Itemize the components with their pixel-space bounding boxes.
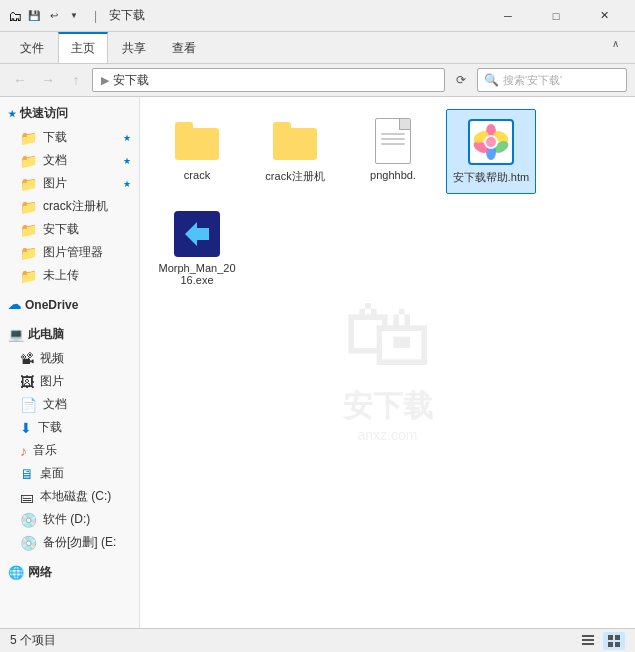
svg-rect-15 — [608, 642, 613, 647]
tab-share[interactable]: 共享 — [110, 32, 158, 63]
folder-icon: 📁 — [20, 222, 37, 238]
quick-access-header[interactable]: ★ 快速访问 — [0, 101, 139, 126]
tb-undo-btn[interactable]: ↩ — [46, 8, 62, 24]
folder-shape — [273, 122, 317, 160]
sidebar-item-music[interactable]: ♪ 音乐 — [0, 439, 139, 462]
flower-wrapper — [468, 119, 514, 165]
minimize-button[interactable]: ─ — [485, 0, 531, 32]
sidebar-item-desktop[interactable]: 🖥 桌面 — [0, 462, 139, 485]
sidebar-label-unuploaded: 未上传 — [43, 267, 79, 284]
sidebar: ★ 快速访问 📁 下载 ★ 📁 文档 ★ 📁 图片 ★ 📁 crack注册机 📁… — [0, 97, 140, 628]
window-title: 安下载 — [109, 7, 145, 24]
maximize-button[interactable]: □ — [533, 0, 579, 32]
sidebar-label-documents: 文档 — [43, 152, 67, 169]
svg-rect-16 — [615, 642, 620, 647]
folder-icon: 📁 — [20, 199, 37, 215]
morph-svg — [177, 214, 217, 254]
svg-rect-14 — [615, 635, 620, 640]
network-label: 网络 — [28, 564, 52, 581]
sidebar-item-anzaixia[interactable]: 📁 安下载 — [0, 218, 139, 241]
folder-icon: 📁 — [20, 268, 37, 284]
sidebar-label-download: 下载 — [43, 129, 67, 146]
doc-shape — [375, 118, 411, 164]
status-bar: 5 个项目 — [0, 628, 635, 652]
address-bar: ← → ↑ ▶ 安下载 ⟳ 🔍 搜索'安下载' — [0, 64, 635, 97]
sidebar-item-drive-d[interactable]: 💿 软件 (D:) — [0, 508, 139, 531]
up-button[interactable]: ↑ — [64, 68, 88, 92]
flower-svg — [472, 123, 510, 161]
svg-rect-12 — [582, 643, 594, 645]
tab-file[interactable]: 文件 — [8, 32, 56, 63]
music-icon: ♪ — [20, 443, 27, 459]
folder-shape — [175, 122, 219, 160]
doc-line-2 — [381, 138, 405, 140]
svg-rect-11 — [582, 639, 594, 641]
sidebar-label-music: 音乐 — [33, 442, 57, 459]
network-header[interactable]: 🌐 网络 — [0, 560, 139, 585]
sidebar-label-drive-e: 备份[勿删] (E: — [43, 534, 116, 551]
forward-button[interactable]: → — [36, 68, 60, 92]
list-view-btn[interactable] — [577, 632, 599, 650]
title-bar-left: 🗂 💾 ↩ ▼ | 安下载 — [8, 7, 145, 24]
sidebar-item-unuploaded[interactable]: 📁 未上传 — [0, 264, 139, 287]
crackreg-folder-icon — [271, 117, 319, 165]
htm-file-icon — [467, 118, 515, 166]
folder-body — [273, 128, 317, 160]
watermark-text: 安下载 — [343, 386, 433, 427]
star-icon: ★ — [123, 156, 131, 166]
tb-dropdown-btn[interactable]: ▼ — [66, 8, 82, 24]
sidebar-item-documents[interactable]: 📁 文档 ★ — [0, 149, 139, 172]
sidebar-item-crack-reg[interactable]: 📁 crack注册机 — [0, 195, 139, 218]
ribbon-collapse-btn[interactable]: ∧ — [604, 32, 627, 63]
drive-c-icon: 🖴 — [20, 489, 34, 505]
main-content: ★ 快速访问 📁 下载 ★ 📁 文档 ★ 📁 图片 ★ 📁 crack注册机 📁… — [0, 97, 635, 628]
window-folder-icon: 🗂 — [8, 8, 22, 24]
close-button[interactable]: ✕ — [581, 0, 627, 32]
back-button[interactable]: ← — [8, 68, 32, 92]
pnghhbd-label: pnghhbd. — [370, 169, 416, 181]
morph-icon-shape — [174, 211, 220, 257]
sidebar-label-picmanager: 图片管理器 — [43, 244, 103, 261]
desktop-icon: 🖥 — [20, 466, 34, 482]
onedrive-icon: ☁ — [8, 297, 21, 312]
crack-folder-icon — [173, 117, 221, 165]
doc-line-3 — [381, 143, 405, 145]
doc-lines — [381, 133, 405, 148]
sidebar-item-drive-e[interactable]: 💿 备份[勿删] (E: — [0, 531, 139, 554]
icon-view-btn[interactable] — [603, 632, 625, 650]
exe-label: Morph_Man_2016.exe — [156, 262, 238, 286]
sidebar-label-pcdocuments: 文档 — [43, 396, 67, 413]
sidebar-label-drive-d: 软件 (D:) — [43, 511, 90, 528]
watermark-bag-icon: 🛍 — [343, 283, 433, 386]
ribbon-tabs: 文件 主页 共享 查看 ∧ — [0, 32, 635, 63]
thispc-header[interactable]: 💻 此电脑 — [0, 322, 139, 347]
search-placeholder: 搜索'安下载' — [503, 73, 562, 88]
crackreg-label: crack注册机 — [265, 169, 324, 184]
sidebar-item-drive-c[interactable]: 🖴 本地磁盘 (C:) — [0, 485, 139, 508]
file-item-pnghhbd[interactable]: pnghhbd. — [348, 109, 438, 194]
refresh-button[interactable]: ⟳ — [449, 68, 473, 92]
sidebar-item-download[interactable]: 📁 下载 ★ — [0, 126, 139, 149]
sidebar-item-pcdownload[interactable]: ⬇ 下载 — [0, 416, 139, 439]
sidebar-item-pictures[interactable]: 📁 图片 ★ — [0, 172, 139, 195]
sidebar-item-video[interactable]: 📽 视频 — [0, 347, 139, 370]
file-area: 🛍 安下载 anxz.com crack — [140, 97, 635, 628]
tab-home[interactable]: 主页 — [58, 32, 108, 63]
sidebar-item-pcdocuments[interactable]: 📄 文档 — [0, 393, 139, 416]
file-item-crack[interactable]: crack — [152, 109, 242, 194]
search-field[interactable]: 🔍 搜索'安下载' — [477, 68, 627, 92]
file-item-exe[interactable]: Morph_Man_2016.exe — [152, 202, 242, 294]
tab-view[interactable]: 查看 — [160, 32, 208, 63]
quick-access-toolbar: 🗂 💾 ↩ ▼ — [8, 8, 82, 24]
address-field[interactable]: ▶ 安下载 — [92, 68, 445, 92]
onedrive-label: OneDrive — [25, 298, 78, 312]
tb-save-btn[interactable]: 💾 — [26, 8, 42, 24]
file-item-htm[interactable]: 安下载帮助.htm — [446, 109, 536, 194]
sidebar-item-pcpictures[interactable]: 🖼 图片 — [0, 370, 139, 393]
folder-icon: 📁 — [20, 130, 37, 146]
file-item-crackreg[interactable]: crack注册机 — [250, 109, 340, 194]
folder-body — [175, 128, 219, 160]
drive-d-icon: 💿 — [20, 512, 37, 528]
sidebar-item-picmanager[interactable]: 📁 图片管理器 — [0, 241, 139, 264]
onedrive-header[interactable]: ☁ OneDrive — [0, 293, 139, 316]
